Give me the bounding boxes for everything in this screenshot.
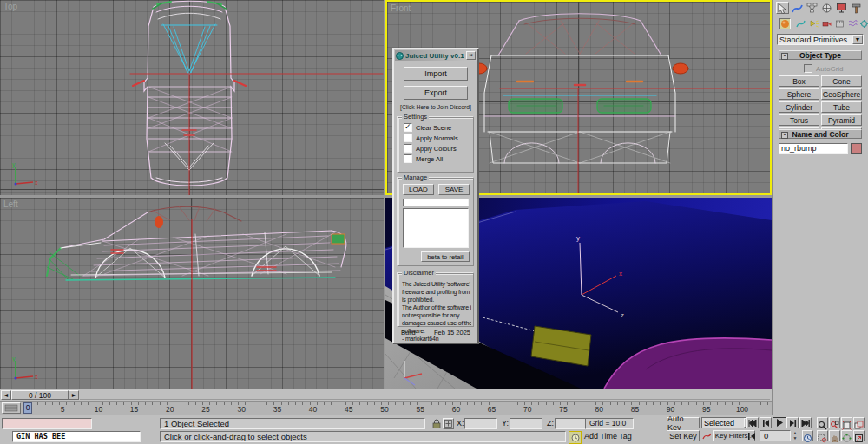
tab-modify[interactable] xyxy=(791,2,804,14)
collapse-icon[interactable]: - xyxy=(781,132,788,139)
tab-create[interactable] xyxy=(776,2,789,14)
object-type-button-geosphere[interactable]: GeoSphere xyxy=(821,88,862,100)
key-mode-toggle-icon[interactable] xyxy=(746,430,758,441)
hierarchy-icon xyxy=(806,3,818,14)
primitives-dropdown[interactable]: Standard Primitives ▼ xyxy=(777,34,864,45)
object-type-button-tube[interactable]: Tube xyxy=(821,101,862,113)
autogrid-checkbox[interactable] xyxy=(804,64,812,73)
arc-rotate-icon[interactable] xyxy=(841,430,852,441)
object-type-button-sphere[interactable]: Sphere xyxy=(779,88,819,100)
collapse-icon[interactable]: - xyxy=(781,53,788,60)
selection-filter-value: Selected xyxy=(702,419,744,428)
checkbox[interactable] xyxy=(404,154,412,163)
slider-prev-icon[interactable]: ◄ xyxy=(1,390,11,400)
z-coordinate-field[interactable] xyxy=(555,418,588,429)
add-time-tag-button[interactable]: Add Time Tag xyxy=(584,431,632,442)
viewport-top-label: Top xyxy=(3,2,17,11)
time-slider-track[interactable] xyxy=(80,392,770,400)
command-panel: Standard Primitives ▼ - Object Type Auto… xyxy=(772,0,868,415)
zoom-icon[interactable] xyxy=(817,417,828,428)
settings-option-clear-scene[interactable]: Clear Scene xyxy=(404,122,473,133)
macro-recorder-field[interactable] xyxy=(2,418,92,429)
go-to-end-icon[interactable] xyxy=(799,417,812,428)
tab-motion[interactable] xyxy=(820,2,833,14)
time-slider-handle[interactable]: 0 / 100 xyxy=(11,390,69,400)
zoom-extents-icon[interactable] xyxy=(841,417,852,428)
close-icon[interactable]: × xyxy=(466,51,476,60)
category-helpers[interactable] xyxy=(834,18,845,29)
build-row: Build Feb 15 2025 xyxy=(401,329,470,336)
lock-selection-icon[interactable] xyxy=(431,418,442,429)
tab-hierarchy[interactable] xyxy=(806,2,819,14)
object-type-button-torus[interactable]: Torus xyxy=(779,114,819,126)
discord-link[interactable]: [Click Here to Join Discord] xyxy=(394,104,477,110)
chevron-down-icon[interactable]: ▼ xyxy=(852,35,863,44)
category-geometry[interactable] xyxy=(779,18,791,29)
beta-to-retail-button[interactable]: beta to retail xyxy=(421,251,470,262)
object-type-button-pyramid[interactable]: Pyramid xyxy=(821,114,862,126)
set-key-button[interactable]: Set Key xyxy=(667,430,700,441)
slider-next-icon[interactable]: ► xyxy=(69,390,79,400)
cameras-icon xyxy=(822,19,832,29)
category-space-warps[interactable] xyxy=(847,18,858,29)
category-lights[interactable] xyxy=(808,18,819,29)
time-configuration-icon[interactable] xyxy=(802,430,813,441)
region-zoom-icon[interactable] xyxy=(817,430,828,441)
y-coordinate-field[interactable] xyxy=(510,418,542,429)
category-shapes[interactable] xyxy=(795,18,806,29)
play-icon[interactable] xyxy=(773,417,786,428)
preset-name-input[interactable] xyxy=(403,199,469,206)
settings-option-merge-all[interactable]: Merge All xyxy=(404,153,473,164)
checkbox[interactable] xyxy=(404,144,412,153)
tab-utilities[interactable] xyxy=(850,2,863,14)
object-color-swatch[interactable] xyxy=(851,143,862,154)
timeline-tick-label: 90 xyxy=(662,405,680,414)
object-name-input[interactable]: no_rbump xyxy=(779,143,848,154)
next-frame-icon[interactable] xyxy=(786,417,799,428)
object-type-button-cone[interactable]: Cone xyxy=(821,75,862,87)
x-coordinate-field[interactable] xyxy=(464,418,497,429)
export-button[interactable]: Export xyxy=(404,86,468,100)
preset-listbox[interactable] xyxy=(403,208,469,248)
car-wireframe-top-view xyxy=(0,0,384,195)
autogrid-row[interactable]: AutoGrid xyxy=(804,64,844,73)
category-systems[interactable] xyxy=(858,18,868,29)
current-frame-field[interactable]: 0 xyxy=(760,430,791,441)
object-type-button-cylinder[interactable]: Cylinder xyxy=(779,101,819,113)
manage-group-title: Manage xyxy=(402,174,429,181)
zoom-all-icon[interactable] xyxy=(829,417,840,428)
absolute-mode-icon[interactable] xyxy=(443,418,454,429)
import-button[interactable]: Import xyxy=(404,67,468,81)
maxscript-listener-field[interactable]: GIN HAS BEE xyxy=(12,431,141,442)
settings-option-apply-colours[interactable]: Apply Colours xyxy=(404,143,473,153)
disclaimer-line: freeware and profiting from it xyxy=(402,288,471,296)
car-wireframe-side-view xyxy=(0,198,384,388)
tab-display[interactable] xyxy=(835,2,848,14)
frame-spinner[interactable]: ▲▼ xyxy=(792,430,799,441)
object-type-rollout-header[interactable]: - Object Type xyxy=(779,50,862,60)
min-max-toggle-icon[interactable] xyxy=(853,430,865,441)
category-cameras[interactable] xyxy=(821,18,832,29)
previous-frame-icon[interactable] xyxy=(760,417,772,428)
go-to-start-icon[interactable] xyxy=(746,417,759,428)
timeline-tick-label: 65 xyxy=(483,405,501,414)
name-color-rollout-header[interactable]: - Name and Color xyxy=(779,129,862,139)
object-type-button-box[interactable]: Box xyxy=(779,75,819,87)
dialog-titlebar[interactable]: Juiced Utility v0.1 × xyxy=(395,50,477,61)
current-frame-indicator[interactable]: 0 xyxy=(23,402,32,414)
checkbox[interactable] xyxy=(404,123,412,132)
auto-key-button[interactable]: Auto Key xyxy=(667,417,700,428)
pan-hand-icon[interactable] xyxy=(829,430,840,441)
frame-tick-labels: 0510152025303540455055606570758085909510… xyxy=(0,402,772,415)
set-key-curve-icon[interactable] xyxy=(701,430,713,441)
zoom-extents-all-icon[interactable] xyxy=(853,417,865,428)
load-button[interactable]: LOAD xyxy=(403,184,434,195)
viewport-left[interactable]: Left xyxy=(0,198,384,388)
save-button[interactable]: SAVE xyxy=(438,184,470,195)
viewport-axis-tripod xyxy=(392,354,427,387)
checkbox[interactable] xyxy=(404,134,412,142)
viewport-top[interactable]: Top xyxy=(0,0,384,195)
settings-option-apply-normals[interactable]: Apply Normals xyxy=(404,133,473,143)
time-tag-clock-icon[interactable] xyxy=(569,431,582,444)
track-bar[interactable]: 0510152025303540455055606570758085909510… xyxy=(0,401,772,415)
